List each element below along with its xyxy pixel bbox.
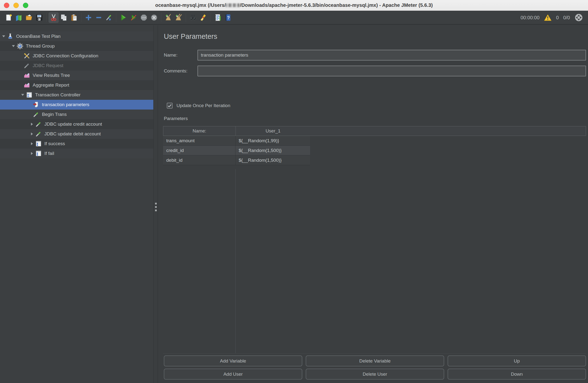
toolbar-separator xyxy=(161,13,161,22)
update-once-label: Update Once Per Iteration xyxy=(176,103,230,108)
toolbar-separator xyxy=(46,13,46,22)
param-name-cell[interactable]: credit_id xyxy=(163,146,235,155)
tree-item-transaction-parameters[interactable]: transaction parameters xyxy=(0,100,154,110)
tree-item-label: Thread Group xyxy=(26,44,55,49)
open-file-icon[interactable] xyxy=(24,12,34,23)
new-file-icon[interactable] xyxy=(3,12,14,23)
param-value-cell[interactable]: ${__Random(1,99)} xyxy=(235,136,310,146)
search-icon[interactable] xyxy=(188,12,198,23)
tree-item-label: View Results Tree xyxy=(33,73,70,78)
function-helper-icon[interactable] xyxy=(212,12,223,23)
sampler-disabled-icon xyxy=(23,62,30,69)
controller-icon xyxy=(35,140,42,147)
tree-item-if-fail[interactable]: If fail xyxy=(0,149,154,158)
delete-user-button[interactable]: Delete User xyxy=(306,369,444,380)
stop-icon[interactable]: STOP xyxy=(139,12,149,23)
listener-chart-icon xyxy=(23,82,30,89)
checkmark-icon xyxy=(168,104,172,107)
param-value-cell[interactable]: ${__Random(1,500)} xyxy=(235,155,310,165)
add-icon[interactable] xyxy=(83,12,94,23)
tree-item-label: If fail xyxy=(44,151,54,156)
tree-item-aggregate-report[interactable]: Aggregate Report xyxy=(0,80,154,90)
test-plan-icon xyxy=(7,33,14,40)
add-user-button[interactable]: Add User xyxy=(164,369,302,380)
tree-item-jdbc-update-debit-account[interactable]: JDBC update debit account xyxy=(0,129,154,139)
jmeter-window: oceanbase-mysql.jmx (/Users//Downloads/a… xyxy=(0,0,588,383)
tree-item-label: JDBC Request xyxy=(33,63,63,68)
help-icon[interactable]: ? xyxy=(223,12,233,23)
name-input[interactable] xyxy=(197,50,586,61)
update-once-row: Update Once Per Iteration xyxy=(167,103,230,109)
paste-icon[interactable] xyxy=(69,12,79,23)
cut-icon[interactable] xyxy=(48,12,59,23)
delete-variable-button[interactable]: Delete Variable xyxy=(306,356,444,366)
clear-icon[interactable] xyxy=(163,12,174,23)
tree-item-view-results-tree[interactable]: View Results Tree xyxy=(0,70,154,80)
tree-item-jdbc-update-credit-account[interactable]: JDBC update credit account xyxy=(0,119,154,129)
tree-item-begin-trans[interactable]: Begin Trans xyxy=(0,110,154,119)
active-threads-count: 0/0 xyxy=(563,15,570,21)
toggle-icon[interactable] xyxy=(104,12,114,23)
tree-item-label: Transaction Controller xyxy=(35,92,81,98)
window-title: oceanbase-mysql.jmx (/Users//Downloads/a… xyxy=(0,2,588,8)
save-icon[interactable] xyxy=(34,12,44,23)
tree-item-transaction-controller[interactable]: Transaction Controller xyxy=(0,90,154,100)
column-header-user1[interactable]: User_1 xyxy=(236,126,310,136)
svg-text:STOP: STOP xyxy=(142,17,146,19)
chevron-expanded-icon[interactable] xyxy=(0,33,7,40)
sampler-icon xyxy=(33,111,40,118)
listener-chart-icon xyxy=(23,72,30,79)
up-button[interactable]: Up xyxy=(448,356,586,366)
sampler-icon xyxy=(35,121,42,128)
thread-group-icon xyxy=(17,43,23,49)
svg-text:?: ? xyxy=(227,15,230,20)
column-header-name[interactable]: Name: xyxy=(163,126,236,136)
clear-all-icon[interactable] xyxy=(174,12,184,23)
param-name-cell[interactable]: trans_amount xyxy=(163,136,235,146)
close-button[interactable] xyxy=(4,3,9,8)
table-row[interactable]: credit_id ${__Random(1,500)} xyxy=(163,146,586,155)
test-plan-tree: OceanBase Test Plan Thread Group JDBC Co… xyxy=(0,25,154,383)
controller-icon xyxy=(26,91,33,98)
tree-item-if-success[interactable]: If success xyxy=(0,139,154,149)
chevron-expanded-icon[interactable] xyxy=(20,92,26,98)
tree-item-thread-group[interactable]: Thread Group xyxy=(0,41,154,51)
tree-item-jdbc-connection-configuration[interactable]: JDBC Connection Configuration xyxy=(0,51,154,61)
start-icon[interactable] xyxy=(118,12,128,23)
table-row[interactable]: trans_amount ${__Random(1,99)} xyxy=(163,136,586,146)
copy-icon[interactable] xyxy=(59,12,69,23)
remove-icon[interactable] xyxy=(94,12,104,23)
chevron-collapsed-icon[interactable] xyxy=(29,150,35,157)
minimize-button[interactable] xyxy=(13,3,19,8)
table-column-divider xyxy=(235,169,236,353)
warning-icon[interactable] xyxy=(544,14,552,21)
chevron-collapsed-icon[interactable] xyxy=(29,121,35,127)
shutdown-icon[interactable] xyxy=(149,12,159,23)
table-actions: Add Variable Delete Variable Up Add User… xyxy=(164,356,586,380)
tree-item-jdbc-request[interactable]: JDBC Request xyxy=(0,61,154,70)
chevron-expanded-icon[interactable] xyxy=(10,43,17,49)
zoom-button[interactable] xyxy=(23,3,28,8)
comments-input[interactable] xyxy=(197,66,586,76)
table-area-bottom-edge xyxy=(163,353,586,354)
table-header-row: Name: User_1 xyxy=(163,126,586,136)
search-reset-icon[interactable] xyxy=(198,12,209,23)
down-button[interactable]: Down xyxy=(448,369,586,380)
chevron-collapsed-icon[interactable] xyxy=(29,140,35,147)
chevron-collapsed-icon[interactable] xyxy=(29,131,35,137)
splitter-grip-dot xyxy=(155,203,157,204)
param-value-cell[interactable]: ${__Random(1,500)} xyxy=(235,146,310,155)
templates-icon[interactable] xyxy=(14,12,24,23)
param-name-cell[interactable]: debit_id xyxy=(163,155,235,165)
tree-item-test-plan[interactable]: OceanBase Test Plan xyxy=(0,31,154,41)
log-error-count: 0 xyxy=(556,15,559,21)
preprocessor-doc-icon xyxy=(33,101,40,108)
panel-splitter[interactable] xyxy=(154,25,158,383)
controller-icon xyxy=(35,150,42,157)
add-variable-button[interactable]: Add Variable xyxy=(164,356,302,366)
tree-item-label: JDBC update credit account xyxy=(44,121,102,127)
tree-item-label: OceanBase Test Plan xyxy=(16,34,61,39)
start-no-pauses-icon[interactable] xyxy=(128,12,139,23)
table-row[interactable]: debit_id ${__Random(1,500)} xyxy=(163,155,586,165)
update-once-checkbox[interactable] xyxy=(167,103,173,109)
